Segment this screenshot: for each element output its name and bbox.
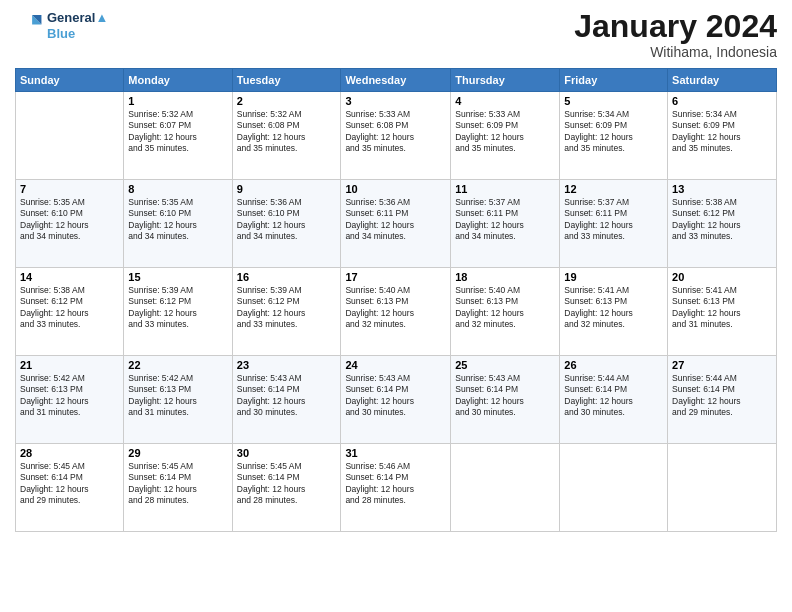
calendar-cell: 4Sunrise: 5:33 AM Sunset: 6:09 PM Daylig…	[451, 92, 560, 180]
day-info: Sunrise: 5:32 AM Sunset: 6:08 PM Dayligh…	[237, 109, 337, 155]
day-number: 23	[237, 359, 337, 371]
day-info: Sunrise: 5:37 AM Sunset: 6:11 PM Dayligh…	[455, 197, 555, 243]
calendar-cell: 23Sunrise: 5:43 AM Sunset: 6:14 PM Dayli…	[232, 356, 341, 444]
day-info: Sunrise: 5:35 AM Sunset: 6:10 PM Dayligh…	[20, 197, 119, 243]
day-number: 30	[237, 447, 337, 459]
day-info: Sunrise: 5:38 AM Sunset: 6:12 PM Dayligh…	[20, 285, 119, 331]
day-info: Sunrise: 5:35 AM Sunset: 6:10 PM Dayligh…	[128, 197, 227, 243]
calendar-cell: 14Sunrise: 5:38 AM Sunset: 6:12 PM Dayli…	[16, 268, 124, 356]
weekday-header-thursday: Thursday	[451, 69, 560, 92]
weekday-header-saturday: Saturday	[668, 69, 777, 92]
day-info: Sunrise: 5:33 AM Sunset: 6:09 PM Dayligh…	[455, 109, 555, 155]
calendar-cell: 18Sunrise: 5:40 AM Sunset: 6:13 PM Dayli…	[451, 268, 560, 356]
title-block: January 2024 Witihama, Indonesia	[574, 10, 777, 60]
day-number: 16	[237, 271, 337, 283]
page: General▲ Blue January 2024 Witihama, Ind…	[0, 0, 792, 612]
day-info: Sunrise: 5:41 AM Sunset: 6:13 PM Dayligh…	[672, 285, 772, 331]
calendar-cell: 29Sunrise: 5:45 AM Sunset: 6:14 PM Dayli…	[124, 444, 232, 532]
day-info: Sunrise: 5:40 AM Sunset: 6:13 PM Dayligh…	[345, 285, 446, 331]
day-info: Sunrise: 5:38 AM Sunset: 6:12 PM Dayligh…	[672, 197, 772, 243]
day-number: 10	[345, 183, 446, 195]
day-number: 27	[672, 359, 772, 371]
weekday-header-tuesday: Tuesday	[232, 69, 341, 92]
calendar-cell	[560, 444, 668, 532]
day-number: 8	[128, 183, 227, 195]
calendar-cell: 19Sunrise: 5:41 AM Sunset: 6:13 PM Dayli…	[560, 268, 668, 356]
calendar-cell: 13Sunrise: 5:38 AM Sunset: 6:12 PM Dayli…	[668, 180, 777, 268]
week-row-2: 7Sunrise: 5:35 AM Sunset: 6:10 PM Daylig…	[16, 180, 777, 268]
day-number: 13	[672, 183, 772, 195]
day-number: 12	[564, 183, 663, 195]
calendar-cell	[16, 92, 124, 180]
day-number: 26	[564, 359, 663, 371]
day-number: 29	[128, 447, 227, 459]
calendar-cell: 25Sunrise: 5:43 AM Sunset: 6:14 PM Dayli…	[451, 356, 560, 444]
calendar-cell	[668, 444, 777, 532]
calendar-cell: 12Sunrise: 5:37 AM Sunset: 6:11 PM Dayli…	[560, 180, 668, 268]
calendar-cell: 15Sunrise: 5:39 AM Sunset: 6:12 PM Dayli…	[124, 268, 232, 356]
weekday-header-sunday: Sunday	[16, 69, 124, 92]
day-number: 6	[672, 95, 772, 107]
day-info: Sunrise: 5:39 AM Sunset: 6:12 PM Dayligh…	[237, 285, 337, 331]
calendar-cell: 11Sunrise: 5:37 AM Sunset: 6:11 PM Dayli…	[451, 180, 560, 268]
day-info: Sunrise: 5:41 AM Sunset: 6:13 PM Dayligh…	[564, 285, 663, 331]
calendar-cell: 8Sunrise: 5:35 AM Sunset: 6:10 PM Daylig…	[124, 180, 232, 268]
calendar-cell: 5Sunrise: 5:34 AM Sunset: 6:09 PM Daylig…	[560, 92, 668, 180]
day-info: Sunrise: 5:46 AM Sunset: 6:14 PM Dayligh…	[345, 461, 446, 507]
day-number: 31	[345, 447, 446, 459]
calendar-cell: 1Sunrise: 5:32 AM Sunset: 6:07 PM Daylig…	[124, 92, 232, 180]
logo: General▲ Blue	[15, 10, 108, 41]
day-number: 21	[20, 359, 119, 371]
day-info: Sunrise: 5:33 AM Sunset: 6:08 PM Dayligh…	[345, 109, 446, 155]
day-number: 9	[237, 183, 337, 195]
calendar-cell: 31Sunrise: 5:46 AM Sunset: 6:14 PM Dayli…	[341, 444, 451, 532]
day-info: Sunrise: 5:39 AM Sunset: 6:12 PM Dayligh…	[128, 285, 227, 331]
calendar-cell: 3Sunrise: 5:33 AM Sunset: 6:08 PM Daylig…	[341, 92, 451, 180]
week-row-5: 28Sunrise: 5:45 AM Sunset: 6:14 PM Dayli…	[16, 444, 777, 532]
day-number: 18	[455, 271, 555, 283]
day-info: Sunrise: 5:40 AM Sunset: 6:13 PM Dayligh…	[455, 285, 555, 331]
calendar-cell: 20Sunrise: 5:41 AM Sunset: 6:13 PM Dayli…	[668, 268, 777, 356]
day-number: 5	[564, 95, 663, 107]
day-number: 20	[672, 271, 772, 283]
calendar-cell: 27Sunrise: 5:44 AM Sunset: 6:14 PM Dayli…	[668, 356, 777, 444]
day-number: 24	[345, 359, 446, 371]
week-row-3: 14Sunrise: 5:38 AM Sunset: 6:12 PM Dayli…	[16, 268, 777, 356]
calendar-cell: 24Sunrise: 5:43 AM Sunset: 6:14 PM Dayli…	[341, 356, 451, 444]
day-number: 19	[564, 271, 663, 283]
day-number: 4	[455, 95, 555, 107]
calendar-cell: 7Sunrise: 5:35 AM Sunset: 6:10 PM Daylig…	[16, 180, 124, 268]
day-info: Sunrise: 5:44 AM Sunset: 6:14 PM Dayligh…	[564, 373, 663, 419]
month-title: January 2024	[574, 10, 777, 42]
calendar-cell: 16Sunrise: 5:39 AM Sunset: 6:12 PM Dayli…	[232, 268, 341, 356]
calendar-cell: 17Sunrise: 5:40 AM Sunset: 6:13 PM Dayli…	[341, 268, 451, 356]
calendar-cell: 21Sunrise: 5:42 AM Sunset: 6:13 PM Dayli…	[16, 356, 124, 444]
calendar-cell: 30Sunrise: 5:45 AM Sunset: 6:14 PM Dayli…	[232, 444, 341, 532]
day-number: 22	[128, 359, 227, 371]
day-info: Sunrise: 5:45 AM Sunset: 6:14 PM Dayligh…	[20, 461, 119, 507]
day-info: Sunrise: 5:43 AM Sunset: 6:14 PM Dayligh…	[345, 373, 446, 419]
week-row-1: 1Sunrise: 5:32 AM Sunset: 6:07 PM Daylig…	[16, 92, 777, 180]
weekday-header-row: SundayMondayTuesdayWednesdayThursdayFrid…	[16, 69, 777, 92]
calendar-cell: 22Sunrise: 5:42 AM Sunset: 6:13 PM Dayli…	[124, 356, 232, 444]
calendar-cell: 9Sunrise: 5:36 AM Sunset: 6:10 PM Daylig…	[232, 180, 341, 268]
day-info: Sunrise: 5:36 AM Sunset: 6:10 PM Dayligh…	[237, 197, 337, 243]
day-info: Sunrise: 5:42 AM Sunset: 6:13 PM Dayligh…	[128, 373, 227, 419]
day-info: Sunrise: 5:34 AM Sunset: 6:09 PM Dayligh…	[672, 109, 772, 155]
day-number: 2	[237, 95, 337, 107]
day-number: 7	[20, 183, 119, 195]
day-number: 15	[128, 271, 227, 283]
day-number: 17	[345, 271, 446, 283]
day-number: 1	[128, 95, 227, 107]
day-info: Sunrise: 5:45 AM Sunset: 6:14 PM Dayligh…	[128, 461, 227, 507]
header: General▲ Blue January 2024 Witihama, Ind…	[15, 10, 777, 60]
calendar-cell: 10Sunrise: 5:36 AM Sunset: 6:11 PM Dayli…	[341, 180, 451, 268]
day-info: Sunrise: 5:44 AM Sunset: 6:14 PM Dayligh…	[672, 373, 772, 419]
day-number: 11	[455, 183, 555, 195]
calendar-table: SundayMondayTuesdayWednesdayThursdayFrid…	[15, 68, 777, 532]
day-number: 3	[345, 95, 446, 107]
weekday-header-wednesday: Wednesday	[341, 69, 451, 92]
weekday-header-monday: Monday	[124, 69, 232, 92]
calendar-cell	[451, 444, 560, 532]
day-info: Sunrise: 5:37 AM Sunset: 6:11 PM Dayligh…	[564, 197, 663, 243]
